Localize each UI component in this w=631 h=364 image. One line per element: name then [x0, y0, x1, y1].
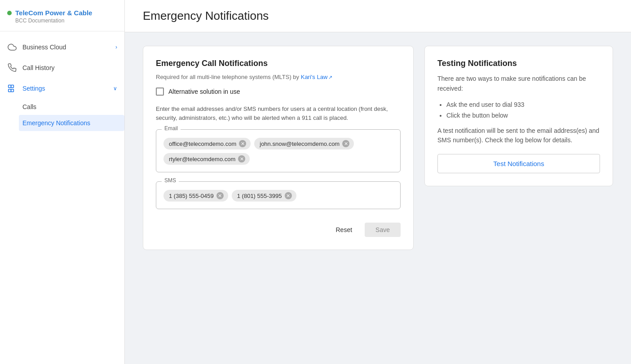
emergency-call-notifications-card: Emergency Call Notifications Required fo…	[143, 46, 414, 250]
testing-note: A test notification will be sent to the …	[437, 126, 600, 145]
sidebar-item-calls[interactable]: Calls	[22, 99, 124, 115]
sidebar-item-settings[interactable]: Settings ∨	[0, 78, 124, 99]
karis-law-link[interactable]: Kari's Law	[301, 74, 333, 80]
chevron-right-icon: ›	[115, 44, 117, 50]
sms-tag-text: 1 (801) 555-3995	[237, 193, 282, 199]
settings-icon	[7, 83, 17, 93]
alternative-solution-checkbox[interactable]	[156, 88, 164, 96]
svg-rect-0	[9, 85, 11, 88]
page-body: Emergency Call Notifications Required fo…	[125, 32, 631, 263]
subtitle-text: Required for all multi-line telephone sy…	[156, 74, 301, 80]
test-notifications-button[interactable]: Test Notifications	[437, 154, 600, 173]
chevron-down-icon: ∨	[113, 85, 117, 92]
testing-description: There are two ways to make sure notifica…	[437, 74, 600, 94]
svg-rect-3	[11, 89, 14, 92]
reset-button[interactable]: Reset	[329, 223, 360, 237]
testing-list: Ask the end user to dial 933 Click the b…	[437, 101, 600, 119]
email-tag-text: john.snow@telecomdemo.com	[260, 140, 340, 147]
remove-sms-1-button[interactable]: ✕	[216, 192, 224, 199]
sidebar-settings-label: Settings	[22, 85, 45, 92]
sms-tags-container: 1 (385) 555-0459 ✕ 1 (801) 555-3995 ✕	[163, 187, 393, 202]
sidebar-item-label: Call History	[22, 64, 55, 71]
email-field-group: Email office@telecomdemo.com ✕ john.snow…	[156, 129, 401, 172]
checkbox-label: Alternative solution in use	[168, 88, 240, 95]
brand-status-dot	[7, 11, 12, 15]
sidebar-navigation: Business Cloud › Call History S	[0, 31, 124, 136]
testing-list-item-1: Ask the end user to dial 933	[446, 101, 600, 108]
email-tags-container: office@telecomdemo.com ✕ john.snow@telec…	[163, 135, 393, 165]
testing-notifications-card: Testing Notifications There are two ways…	[424, 46, 613, 186]
brand-name: TeleCom Power & Cable	[7, 9, 117, 17]
email-tag-3: rtyler@telecomdemo.com ✕	[163, 153, 250, 165]
card-subtitle: Required for all multi-line telephone sy…	[156, 74, 401, 80]
svg-rect-1	[11, 85, 14, 88]
remove-email-3-button[interactable]: ✕	[238, 155, 245, 162]
email-tag-1: office@telecomdemo.com ✕	[163, 138, 251, 149]
sms-tag-1: 1 (385) 555-0459 ✕	[163, 190, 228, 202]
sidebar-item-business-cloud[interactable]: Business Cloud ›	[0, 37, 124, 57]
page-title: Emergency Notifications	[143, 9, 613, 23]
email-tag-text: rtyler@telecomdemo.com	[169, 156, 235, 162]
alternative-solution-row: Alternative solution in use	[156, 88, 401, 96]
email-legend: Email	[162, 125, 181, 132]
sms-tag-text: 1 (385) 555-0459	[169, 193, 214, 199]
remove-email-2-button[interactable]: ✕	[342, 140, 349, 147]
phone-icon	[7, 63, 17, 73]
sidebar-item-call-history[interactable]: Call History	[0, 57, 124, 78]
sidebar-item-label: Business Cloud	[22, 44, 66, 51]
sms-legend: SMS	[162, 177, 179, 184]
settings-submenu: Calls Emergency Notifications	[0, 99, 124, 131]
email-tag-2: john.snow@telecomdemo.com ✕	[254, 138, 354, 149]
remove-email-1-button[interactable]: ✕	[239, 140, 246, 147]
field-description: Enter the email addresses and/or SMS num…	[156, 105, 401, 122]
save-button[interactable]: Save	[365, 223, 401, 237]
sms-tag-2: 1 (801) 555-3995 ✕	[232, 190, 296, 202]
form-buttons: Reset Save	[156, 218, 401, 237]
brand-name-text: TeleCom Power & Cable	[15, 9, 92, 17]
svg-rect-2	[9, 89, 11, 92]
remove-sms-2-button[interactable]: ✕	[285, 192, 292, 199]
testing-card-title: Testing Notifications	[437, 59, 600, 68]
sidebar: TeleCom Power & Cable BCC Documentation …	[0, 0, 125, 364]
sms-field-group: SMS 1 (385) 555-0459 ✕ 1 (801) 555-3995 …	[156, 181, 401, 209]
card-title: Emergency Call Notifications	[156, 59, 401, 68]
email-tag-text: office@telecomdemo.com	[169, 140, 236, 147]
brand-section: TeleCom Power & Cable BCC Documentation	[0, 0, 124, 31]
sidebar-item-emergency-notifications[interactable]: Emergency Notifications	[19, 115, 124, 131]
cloud-icon	[7, 42, 17, 52]
page-header: Emergency Notifications	[125, 0, 631, 32]
testing-list-item-2: Click the button below	[446, 112, 600, 119]
main-content: Emergency Notifications Emergency Call N…	[125, 0, 631, 364]
brand-subtitle: BCC Documentation	[15, 18, 117, 24]
